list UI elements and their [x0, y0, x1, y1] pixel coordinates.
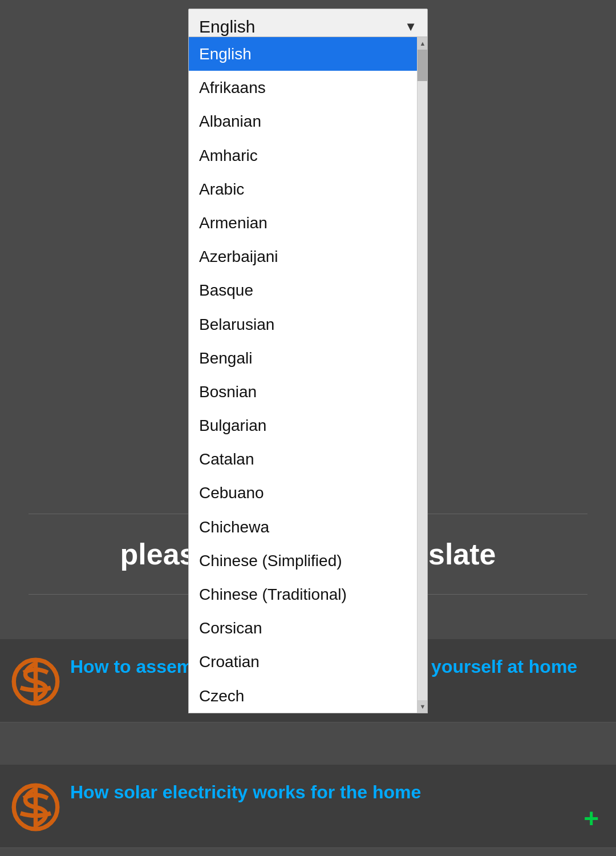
list-item[interactable]: Catalan — [189, 442, 427, 476]
chevron-down-icon: ▼ — [404, 19, 417, 34]
card-2-title: How solar electricity works for the home — [70, 781, 583, 805]
scrollbar-thumb[interactable] — [418, 50, 427, 81]
dropdown-list-inner: English Afrikaans Albanian Amharic Arabi… — [189, 37, 427, 713]
list-item[interactable]: Czech — [189, 679, 427, 713]
list-item[interactable]: Corsican — [189, 611, 427, 645]
card-2[interactable]: How solar electricity works for the home… — [0, 765, 616, 848]
card-2-icon — [11, 783, 60, 831]
list-item[interactable]: Chinese (Simplified) — [189, 544, 427, 578]
list-item[interactable]: Belarusian — [189, 308, 427, 341]
list-item[interactable]: Afrikaans — [189, 71, 427, 104]
scrollbar-arrow-down[interactable]: ▼ — [418, 700, 427, 713]
list-item[interactable]: Arabic — [189, 172, 427, 206]
scrollbar-arrow-up[interactable]: ▲ — [418, 37, 427, 50]
list-item[interactable]: Basque — [189, 273, 427, 307]
scrollbar-track[interactable]: ▲ ▼ — [417, 37, 427, 713]
app-container: English ▼ English Afrikaans Albanian Amh… — [0, 0, 616, 856]
list-item[interactable]: Albanian — [189, 104, 427, 138]
card-2-plus-icon[interactable]: + — [583, 803, 599, 834]
list-item[interactable]: Amharic — [189, 139, 427, 172]
selected-option-label: English — [199, 17, 255, 37]
dropdown-list: English Afrikaans Albanian Amharic Arabi… — [188, 37, 428, 713]
list-item[interactable]: Croatian — [189, 645, 427, 679]
card-1-icon — [11, 657, 60, 706]
list-item[interactable]: English — [189, 37, 427, 71]
list-item[interactable]: Azerbaijani — [189, 240, 427, 273]
list-item[interactable]: Chinese (Traditional) — [189, 578, 427, 611]
list-item[interactable]: Armenian — [189, 206, 427, 240]
list-item[interactable]: Bengali — [189, 341, 427, 375]
list-item[interactable]: Chichewa — [189, 510, 427, 544]
list-item[interactable]: Bosnian — [189, 375, 427, 409]
list-item[interactable]: Cebuano — [189, 476, 427, 510]
list-item[interactable]: Bulgarian — [189, 409, 427, 442]
